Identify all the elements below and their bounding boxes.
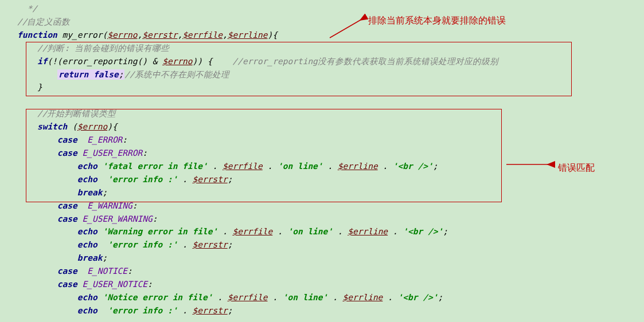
line-echo-warn: echo 'Warning error in file' . $errfile …	[17, 225, 644, 238]
var-errfile: $errfile	[223, 162, 263, 171]
line-fn-decl: function my_error($errno,$errstr,$errfil…	[17, 29, 644, 42]
line-close-comment: */	[17, 2, 644, 15]
kw-case: case	[57, 214, 77, 223]
str: 'error info :'	[107, 240, 177, 249]
line-case-notice: case E_NOTICE:	[17, 265, 644, 278]
comment: //自定义函数	[17, 17, 70, 26]
str: 'on line'	[278, 162, 323, 171]
line-echo-info2: echo 'error info :' . $errstr;	[17, 238, 644, 252]
kw-echo: echo	[77, 293, 97, 302]
var-errline: $errline	[338, 162, 378, 171]
str: '<br />'	[403, 227, 443, 236]
str: 'fatal error in file'	[102, 162, 207, 171]
var-errstr: $errstr	[193, 240, 228, 249]
line-custom-fn: //自定义函数	[17, 15, 644, 29]
str: 'on line'	[287, 227, 333, 236]
line-break1: break;	[17, 186, 644, 199]
kw-echo: echo	[77, 175, 97, 184]
fn-name: my_error	[63, 30, 103, 40]
const: E_USER_WARNING	[83, 214, 153, 223]
line-echo-info3: echo 'error info :' . $errstr;	[17, 304, 644, 317]
kw-false: false	[93, 70, 119, 79]
line-close-if: }	[17, 81, 644, 94]
kw-echo: echo	[77, 162, 97, 171]
line-return: return false;//系统中不存在则不能处理	[17, 68, 644, 81]
comment: //系统中不存在则不能处理	[124, 70, 229, 79]
comment: */	[27, 4, 37, 13]
kw-echo: echo	[77, 240, 97, 249]
const: E_ERROR	[87, 135, 122, 144]
var-errline: $errline	[228, 30, 268, 40]
kw-case: case	[57, 135, 77, 144]
kw-switch: switch	[37, 122, 67, 131]
var-errno: $errno	[162, 57, 192, 66]
kw-case: case	[57, 148, 77, 158]
var-errstr: $errstr	[193, 306, 228, 315]
var-errno: $errno	[77, 122, 107, 131]
str: 'Notice error in file'	[102, 293, 212, 302]
fn-error-reporting: error_reporting	[63, 57, 138, 66]
str: 'on line'	[283, 293, 328, 302]
const: E_USER_NOTICE	[83, 280, 148, 289]
var-errline: $errline	[348, 227, 388, 236]
kw-function: function	[17, 30, 57, 40]
str: 'error info :'	[107, 175, 177, 184]
line-case-uwarn: case E_USER_WARNING:	[17, 213, 644, 226]
comment: //开始判断错误类型	[37, 109, 116, 118]
annotation-error-match: 错误匹配	[558, 160, 595, 175]
var-errfile: $errfile	[232, 227, 272, 236]
line-case-warn: case E_WARNING:	[17, 199, 644, 213]
kw-break: break	[77, 188, 103, 197]
line-if: if(!(error_reporting() & $errno)) { //er…	[17, 55, 644, 68]
line-comment-judge: //判断: 当前会碰到的错误有哪些	[17, 42, 644, 55]
var-errstr: $errstr	[142, 30, 177, 40]
kw-return: return	[58, 70, 88, 79]
highlight: return false;	[57, 69, 125, 80]
kw-case: case	[57, 201, 77, 210]
line-switch: switch ($errno){	[17, 120, 644, 133]
var-errfile: $errfile	[182, 30, 223, 40]
kw-echo: echo	[77, 306, 97, 315]
comment: //error_reporting没有参数代表获取当前系统错误处理对应的级别	[232, 57, 498, 66]
var-errstr: $errstr	[193, 175, 228, 184]
const: E_WARNING	[87, 201, 132, 210]
line-comment-type: //开始判断错误类型	[17, 107, 644, 120]
line-echo-notice: echo 'Notice error in file' . $errfile .…	[17, 291, 644, 304]
line-case-err: case E_ERROR:	[17, 133, 644, 147]
line-case-uerr: case E_USER_ERROR:	[17, 147, 644, 160]
str: '<br />'	[393, 162, 433, 171]
str: 'error info :'	[107, 306, 177, 315]
kw-case: case	[57, 280, 77, 289]
kw-break: break	[77, 253, 103, 262]
comment: //判断: 当前会碰到的错误有哪些	[37, 44, 169, 53]
line-blank	[17, 94, 644, 107]
str: '<br />'	[398, 293, 438, 302]
const: E_NOTICE	[87, 266, 127, 276]
kw-case: case	[57, 266, 77, 276]
kw-echo: echo	[77, 227, 97, 236]
var-errno: $errno	[107, 30, 137, 40]
kw-if: if	[37, 57, 47, 66]
line-case-unotice: case E_USER_NOTICE:	[17, 278, 644, 291]
line-echo-fatal: echo 'fatal error in file' . $errfile . …	[17, 160, 644, 173]
line-break2: break;	[17, 252, 644, 265]
var-errline: $errline	[343, 293, 383, 302]
line-echo-info1: echo 'error info :' . $errstr;	[17, 173, 644, 186]
str: 'Warning error in file'	[102, 227, 217, 236]
const: E_USER_ERROR	[83, 148, 143, 158]
var-errfile: $errfile	[228, 293, 268, 302]
annotation-exclude-errors: 排除当前系统本身就要排除的错误	[368, 13, 506, 28]
